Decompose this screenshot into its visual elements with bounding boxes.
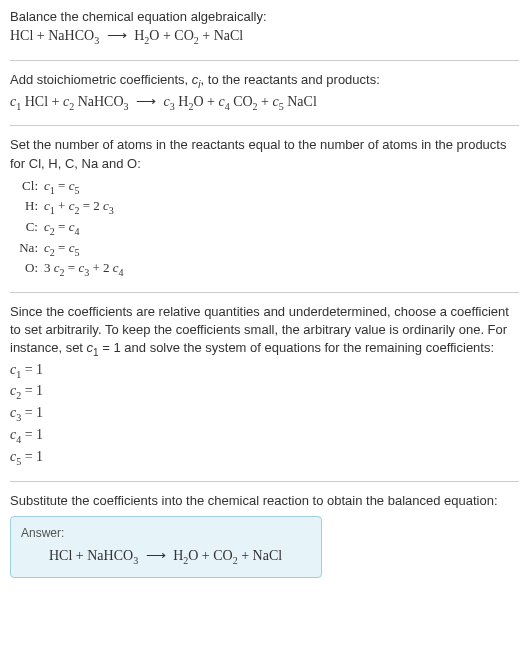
atom-label: C: [10, 218, 44, 239]
coefficient-list: c1 = 1 c2 = 1 c3 = 1 c4 = 1 c5 = 1 [10, 360, 519, 469]
eq-text: = [55, 240, 69, 255]
atom-label: O: [10, 259, 44, 280]
atom-intro: Set the number of atoms in the reactants… [10, 136, 519, 172]
eq-text: H [173, 548, 183, 563]
coef-row: c2 = 1 [10, 381, 519, 403]
atom-eq: c1 + c2 = 2 c3 [44, 197, 114, 218]
eq-arrow: ⟶ [138, 548, 173, 563]
eq-text: = 1 [21, 383, 43, 398]
eq-arrow: ⟶ [129, 94, 164, 109]
eq-text: O + [193, 94, 218, 109]
eq-text: = 1 [21, 449, 43, 464]
atom-row-c: C: c2 = c4 [10, 218, 519, 239]
eq-text: + [199, 28, 214, 43]
eq-text: + [55, 198, 69, 213]
eq-text: = [55, 219, 69, 234]
eq-text: NaHCO [74, 94, 123, 109]
section-balance-intro: Balance the chemical equation algebraica… [10, 8, 519, 61]
text: = 1 and solve the system of equations fo… [99, 340, 494, 355]
atom-eq: c2 = c5 [44, 239, 79, 260]
var-sub: 4 [119, 267, 124, 278]
eq-text: = 1 [21, 427, 43, 442]
atom-label: H: [10, 197, 44, 218]
substitute-text: Substitute the coefficients into the che… [10, 492, 519, 510]
atom-eq: 3 c2 = c3 + 2 c4 [44, 259, 124, 280]
section-solve: Since the coefficients are relative quan… [10, 303, 519, 482]
atom-eq: c2 = c4 [44, 218, 79, 239]
atom-row-cl: Cl: c1 = c5 [10, 177, 519, 198]
eq-text: = 2 [79, 198, 103, 213]
balanced-equation: HCl + NaHCO3 ⟶ H2O + CO2 + NaCl [21, 546, 311, 568]
eq-text: = [55, 178, 69, 193]
eq-text: + [33, 28, 48, 43]
eq-text: HCl [10, 28, 33, 43]
coef-row: c5 = 1 [10, 447, 519, 469]
answer-box: Answer: HCl + NaHCO3 ⟶ H2O + CO2 + NaCl [10, 516, 322, 579]
atom-row-h: H: c1 + c2 = 2 c3 [10, 197, 519, 218]
atom-eq: c1 = c5 [44, 177, 79, 198]
coef-row: c3 = 1 [10, 403, 519, 425]
eq-text: 3 [44, 260, 54, 275]
atom-label: Na: [10, 239, 44, 260]
coeff-equation: c1 HCl + c2 NaHCO3 ⟶ c3 H2O + c4 CO2 + c… [10, 92, 519, 114]
var-sub: 5 [74, 184, 79, 195]
eq-text: H [134, 28, 144, 43]
section-atom-equations: Set the number of atoms in the reactants… [10, 136, 519, 292]
eq-text: NaCl [214, 28, 244, 43]
eq-text: HCl + NaHCO [49, 548, 133, 563]
answer-label: Answer: [21, 525, 311, 542]
eq-text: CO [230, 94, 253, 109]
eq-text: + [258, 94, 273, 109]
eq-text: NaCl [284, 94, 317, 109]
var-sub: 3 [109, 205, 114, 216]
eq-sub: 3 [124, 100, 129, 111]
section-answer: Substitute the coefficients into the che… [10, 492, 519, 579]
var-sub: 4 [74, 226, 79, 237]
eq-text: O + CO [188, 548, 232, 563]
eq-text: CO [174, 28, 193, 43]
add-coeff-text: Add stoichiometric coefficients, ci, to … [10, 71, 519, 92]
section-add-coefficients: Add stoichiometric coefficients, ci, to … [10, 71, 519, 126]
var-sub: 5 [74, 246, 79, 257]
coef-row: c1 = 1 [10, 360, 519, 382]
unbalanced-equation: HCl + NaHCO3 ⟶ H2O + CO2 + NaCl [10, 26, 519, 48]
text: , to the reactants and products: [201, 72, 380, 87]
eq-text: O [149, 28, 159, 43]
eq-text: HCl + [21, 94, 63, 109]
eq-text: + NaCl [238, 548, 282, 563]
eq-text: = [65, 260, 79, 275]
eq-text: = 1 [21, 362, 43, 377]
eq-text: H [175, 94, 189, 109]
atom-table: Cl: c1 = c5 H: c1 + c2 = 2 c3 C: c2 = c4… [10, 177, 519, 280]
atom-row-na: Na: c2 = c5 [10, 239, 519, 260]
eq-text: + [159, 28, 174, 43]
atom-row-o: O: 3 c2 = c3 + 2 c4 [10, 259, 519, 280]
balance-title: Balance the chemical equation algebraica… [10, 8, 519, 26]
solve-text: Since the coefficients are relative quan… [10, 303, 519, 360]
coef-row: c4 = 1 [10, 425, 519, 447]
eq-text: = 1 [21, 405, 43, 420]
atom-label: Cl: [10, 177, 44, 198]
eq-text: + 2 [89, 260, 113, 275]
eq-arrow: ⟶ [99, 28, 134, 43]
text: Add stoichiometric coefficients, [10, 72, 192, 87]
eq-text: NaHCO [48, 28, 94, 43]
